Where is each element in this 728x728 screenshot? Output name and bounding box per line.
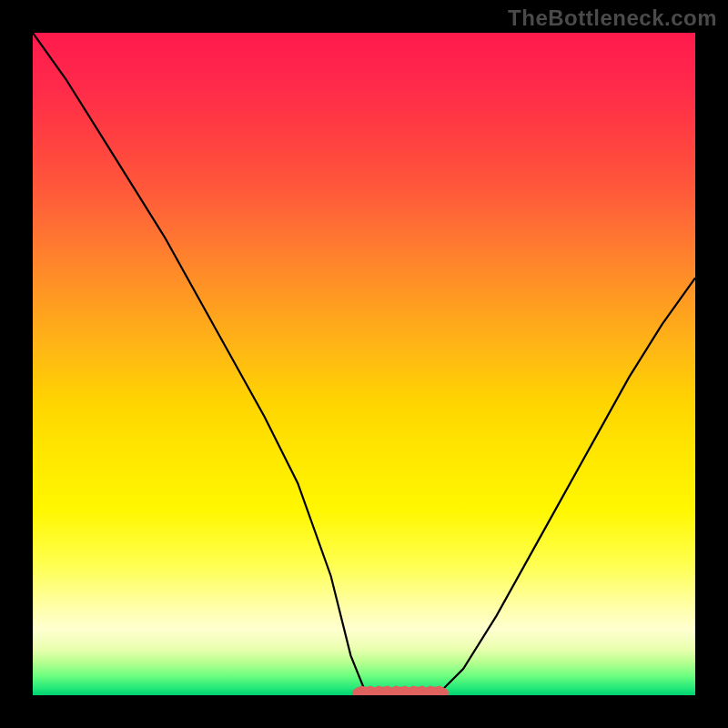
plot-area (33, 33, 695, 695)
optimal-marker (358, 691, 444, 693)
chart-frame: TheBottleneck.com (0, 0, 728, 728)
watermark-text: TheBottleneck.com (508, 5, 717, 31)
curve-layer (33, 33, 695, 695)
bottleneck-curve (33, 33, 695, 695)
